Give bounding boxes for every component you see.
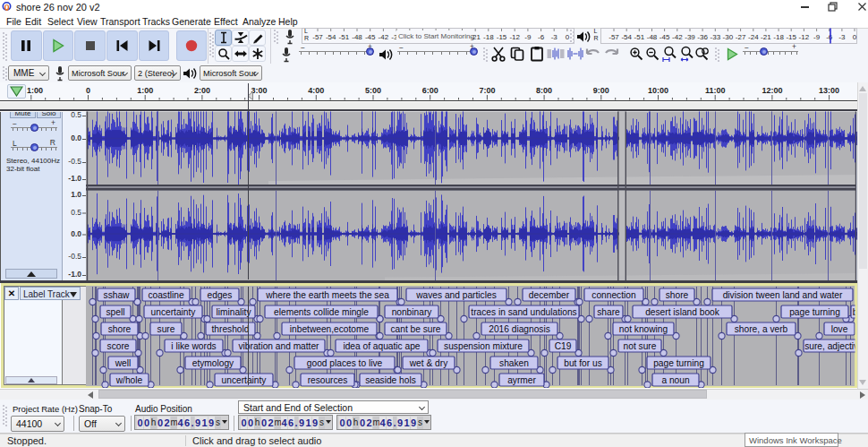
svg-text:elements collide mingle: elements collide mingle bbox=[274, 307, 369, 317]
svg-text:a noun: a noun bbox=[661, 375, 689, 385]
svg-text:share: share bbox=[597, 307, 620, 317]
svg-text:desert island book: desert island book bbox=[645, 307, 720, 317]
svg-text:threshold: threshold bbox=[212, 324, 250, 334]
svg-text:uncertainty: uncertainty bbox=[151, 307, 197, 317]
svg-text:uncertainty: uncertainty bbox=[222, 375, 268, 385]
svg-text:waves and particles: waves and particles bbox=[415, 290, 496, 300]
svg-text:division tween land and water: division tween land and water bbox=[723, 290, 843, 300]
svg-text:cant be sure: cant be sure bbox=[390, 324, 440, 334]
svg-text:sure: sure bbox=[157, 324, 175, 334]
svg-text:vibration and matter: vibration and matter bbox=[238, 341, 319, 351]
svg-text:inbetween,ecotome: inbetween,ecotome bbox=[290, 324, 370, 334]
svg-text:edges: edges bbox=[208, 290, 233, 300]
svg-text:sure, adjective: sure, adjective bbox=[804, 341, 864, 351]
svg-text:shore: shore bbox=[666, 290, 689, 300]
svg-text:2016 diagnosis: 2016 diagnosis bbox=[489, 324, 550, 334]
svg-text:score: score bbox=[107, 341, 130, 351]
svg-text:traces in sand undulations: traces in sand undulations bbox=[471, 307, 576, 317]
svg-text:page turning: page turning bbox=[653, 358, 704, 368]
svg-text:love: love bbox=[831, 324, 848, 334]
svg-text:but for us: but for us bbox=[564, 358, 601, 368]
svg-text:w/hole: w/hole bbox=[115, 375, 143, 385]
svg-text:resources: resources bbox=[308, 375, 348, 385]
svg-text:nonbinary: nonbinary bbox=[392, 307, 433, 317]
svg-text:i like words: i like words bbox=[171, 341, 216, 351]
svg-text:etymology: etymology bbox=[192, 358, 234, 368]
svg-text:ayrmer: ayrmer bbox=[507, 375, 536, 385]
svg-text:where the earth meets the sea: where the earth meets the sea bbox=[265, 290, 389, 300]
svg-text:seaside hols: seaside hols bbox=[365, 375, 416, 385]
svg-text:page turning: page turning bbox=[789, 307, 840, 317]
svg-text:shore: shore bbox=[108, 324, 132, 334]
svg-text:sshaw: sshaw bbox=[104, 290, 131, 300]
svg-text:C19: C19 bbox=[555, 341, 572, 351]
svg-text:idea of aquatic ape: idea of aquatic ape bbox=[343, 341, 420, 351]
svg-text:connection: connection bbox=[591, 290, 635, 300]
svg-text:suspension mixture: suspension mixture bbox=[444, 341, 523, 351]
svg-text:december: december bbox=[529, 290, 570, 300]
svg-text:wet & dry: wet & dry bbox=[409, 358, 448, 368]
svg-text:well: well bbox=[115, 358, 132, 368]
svg-text:spell: spell bbox=[106, 307, 125, 317]
svg-text:shaken: shaken bbox=[499, 358, 529, 368]
svg-text:not knowing: not knowing bbox=[619, 324, 668, 334]
svg-text:good places to live: good places to live bbox=[307, 358, 383, 368]
svg-text:shore, a verb: shore, a verb bbox=[735, 324, 788, 334]
svg-text:coastline: coastline bbox=[148, 290, 184, 300]
svg-text:liminality: liminality bbox=[216, 307, 251, 317]
svg-text:not sure: not sure bbox=[624, 341, 657, 351]
